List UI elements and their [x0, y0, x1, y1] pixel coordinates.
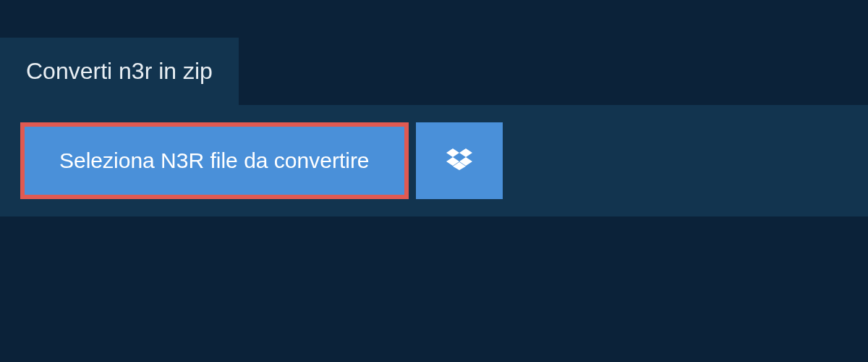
- select-file-label: Seleziona N3R file da convertire: [59, 148, 370, 173]
- button-group: Seleziona N3R file da convertire: [20, 122, 503, 199]
- dropbox-icon: [446, 146, 472, 175]
- dropbox-button[interactable]: [416, 122, 503, 199]
- select-file-button[interactable]: Seleziona N3R file da convertire: [20, 122, 409, 199]
- conversion-panel: Seleziona N3R file da convertire: [0, 105, 868, 216]
- tab-convert[interactable]: Converti n3r in zip: [0, 38, 239, 105]
- tab-label: Converti n3r in zip: [26, 58, 213, 84]
